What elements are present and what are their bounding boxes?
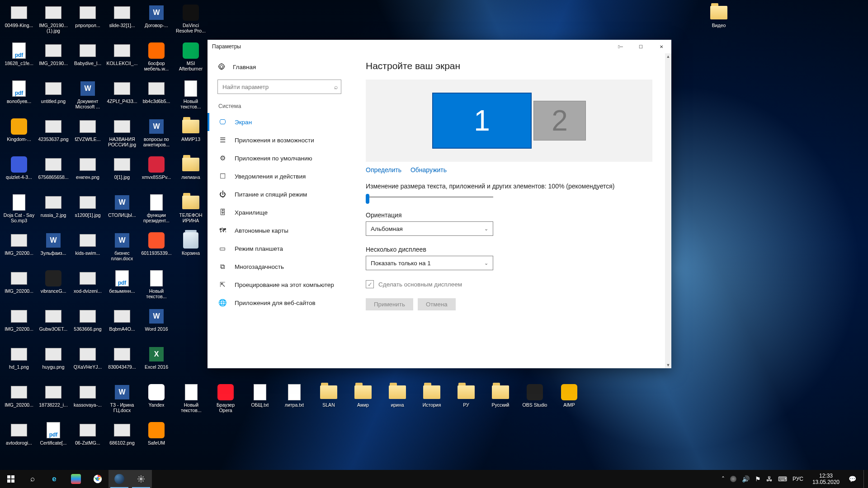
desktop-icon[interactable]: russia_2.jpg <box>36 192 71 230</box>
desktop-icon[interactable]: WСТОЛИЦЫ... <box>105 192 139 230</box>
desktop-icon[interactable]: pdf18628_c1fe... <box>2 40 36 78</box>
desktop-icon[interactable]: QXaVHeYJ... <box>71 343 105 381</box>
taskbar-search[interactable]: ⌕ <box>22 470 43 488</box>
desktop-icon[interactable]: XExcel 2016 <box>139 343 174 381</box>
slider-thumb[interactable] <box>366 194 369 204</box>
desktop-icon[interactable]: 42353637.png <box>36 116 71 154</box>
steam-tray-icon[interactable] <box>730 476 736 482</box>
desktop-icon[interactable]: pdfбезымянн... <box>105 267 139 305</box>
desktop-icon[interactable]: WДокумент Microsoft ... <box>71 78 105 116</box>
search-input[interactable] <box>217 80 341 94</box>
window-titlebar[interactable]: Параметры ─ ☐ ✕ <box>208 40 671 53</box>
desktop-icon[interactable]: ОБЩ.txt <box>243 381 277 419</box>
desktop-icon[interactable]: 00499-King... <box>2 2 36 40</box>
desktop-icon[interactable]: ирина <box>380 381 415 419</box>
scroll-up-icon[interactable]: ▲ <box>665 53 671 60</box>
close-button[interactable]: ✕ <box>651 40 671 53</box>
desktop-icon[interactable]: slide-32[1]... <box>105 2 139 40</box>
desktop-icon[interactable]: 830043479... <box>105 343 139 381</box>
desktop-icon[interactable]: 0[1].jpg <box>105 154 139 192</box>
desktop-icon[interactable]: Kingdom-... <box>2 116 36 154</box>
desktop-icon[interactable]: 18738222_i... <box>36 381 71 419</box>
sidebar-item[interactable]: 🗺Автономные карты <box>217 221 341 239</box>
sidebar-item[interactable]: ☰Приложения и возможности <box>217 131 341 149</box>
desktop-icon[interactable]: Русский <box>483 381 518 419</box>
desktop-icon[interactable]: IMG_20190... (1).jpg <box>36 2 71 40</box>
desktop-icon[interactable]: SafeUM <box>139 419 174 457</box>
desktop-icon[interactable]: huygu.png <box>36 343 71 381</box>
scroll-down-icon[interactable]: ▼ <box>665 362 671 368</box>
desktop-icon[interactable]: Новый текстов... <box>139 267 174 305</box>
desktop-icon[interactable]: BqbmA4O... <box>105 305 139 343</box>
desktop-icon[interactable]: xmvx8SSPv... <box>139 154 174 192</box>
desktop-icon[interactable]: История <box>415 381 449 419</box>
desktop-icon[interactable]: WЗульфаиз... <box>36 230 71 267</box>
start-button[interactable] <box>0 470 22 488</box>
identify-link[interactable]: Определить <box>366 166 401 174</box>
sidebar-home[interactable]: Главная <box>217 58 341 76</box>
desktop-icon[interactable]: pdfволобуев... <box>2 78 36 116</box>
taskbar-chrome[interactable] <box>87 470 108 488</box>
desktop-icon-video[interactable]: Видео <box>702 2 736 40</box>
desktop-icon[interactable]: MSI Afterburner <box>174 40 208 78</box>
sidebar-item[interactable]: ⏻Питание и спящий режим <box>217 185 341 203</box>
desktop-icon[interactable]: WДоговор-... <box>139 2 174 40</box>
taskbar-settings[interactable] <box>130 470 152 488</box>
desktop-icon[interactable]: 6осфор мебель.w... <box>139 40 174 78</box>
sidebar-item[interactable]: 🌐Приложения для веб-сайтов <box>217 294 341 312</box>
desktop-icon[interactable]: АМИР13 <box>174 116 208 154</box>
desktop-icon[interactable]: DaVinci Resolve Pro... <box>174 2 208 40</box>
security-icon[interactable]: ⚑ <box>755 475 761 483</box>
desktop-icon[interactable]: функции президент... <box>139 192 174 230</box>
taskbar-edge[interactable]: e <box>43 470 65 488</box>
display-arrangement[interactable]: 1 2 <box>366 80 652 162</box>
desktop-icon[interactable]: Wбизнес план.docx <box>105 230 139 267</box>
desktop-icon[interactable]: 4ZPLf_P433... <box>105 78 139 116</box>
desktop-icon[interactable]: 6756865658... <box>36 154 71 192</box>
language-indicator[interactable]: РУС <box>793 476 803 482</box>
sidebar-item[interactable]: 🖵Экран <box>217 113 341 131</box>
sidebar-item[interactable]: ☐Уведомления и действия <box>217 167 341 185</box>
desktop-icon[interactable]: IMG_20200... <box>2 381 36 419</box>
desktop-icon[interactable]: Амир <box>346 381 380 419</box>
taskbar-bluestacks[interactable] <box>65 470 87 488</box>
desktop-icon[interactable]: IMG_20200... <box>2 305 36 343</box>
sidebar-item[interactable]: 🗄Хранилище <box>217 203 341 221</box>
desktop-icon[interactable]: WТЗ - Ирина ГЦ.docx <box>105 381 139 419</box>
desktop-icon[interactable]: 5363666.png <box>71 305 105 343</box>
network-icon[interactable]: 🖧 <box>766 475 773 483</box>
desktop-icon[interactable]: Babydive_l... <box>71 40 105 78</box>
sidebar-item[interactable]: ⚙Приложения по умолчанию <box>217 149 341 167</box>
desktop-icon[interactable]: s1200[1].jpg <box>71 192 105 230</box>
desktop-icon[interactable]: лилиана <box>174 154 208 192</box>
desktop-icon[interactable]: xod-dvizeni... <box>71 267 105 305</box>
desktop-icon[interactable]: pdfCertificate[... <box>36 419 71 457</box>
desktop-icon[interactable]: avtodorogi... <box>2 419 36 457</box>
desktop-icon[interactable]: KOLLEKCII_... <box>105 40 139 78</box>
show-desktop-button[interactable] <box>863 470 866 488</box>
volume-icon[interactable]: 🔊 <box>742 475 750 483</box>
sidebar-item[interactable]: ⧉Многозадачность <box>217 258 341 276</box>
desktop-icon[interactable]: IMG_20200... <box>2 267 36 305</box>
tray-overflow-icon[interactable]: ˄ <box>722 475 725 483</box>
scale-slider[interactable] <box>366 192 493 202</box>
desktop-icon[interactable]: Корзина <box>174 230 208 267</box>
desktop-icon[interactable]: quizlet-4-3... <box>2 154 36 192</box>
sidebar-item[interactable]: ⇱Проецирование на этот компьютер <box>217 276 341 294</box>
desktop-icon[interactable]: kids-swim... <box>71 230 105 267</box>
desktop-icon[interactable]: ТЕЛЕФОН ИРИНА <box>174 192 208 230</box>
desktop-icon[interactable]: hd_1.png <box>2 343 36 381</box>
desktop-icon[interactable]: Браузер Opera <box>208 381 243 419</box>
sidebar-item[interactable]: ▭Режим планшета <box>217 239 341 258</box>
taskbar-steam[interactable] <box>108 470 130 488</box>
desktop-icon[interactable]: WWord 2016 <box>139 305 174 343</box>
taskbar-clock[interactable]: 12:33 13.05.2020 <box>809 473 843 485</box>
minimize-button[interactable]: ─ <box>610 40 631 53</box>
detect-link[interactable]: Обнаружить <box>410 166 447 174</box>
desktop-icon[interactable]: Новый текстов... <box>174 78 208 116</box>
desktop-icon[interactable]: vibranceG... <box>36 267 71 305</box>
monitor-1[interactable]: 1 <box>432 93 532 149</box>
orientation-select[interactable]: Альбомная ⌄ <box>366 221 493 236</box>
desktop-icon[interactable]: Wвопросы по анкетиров... <box>139 116 174 154</box>
desktop-icon[interactable]: енкген.png <box>71 154 105 192</box>
